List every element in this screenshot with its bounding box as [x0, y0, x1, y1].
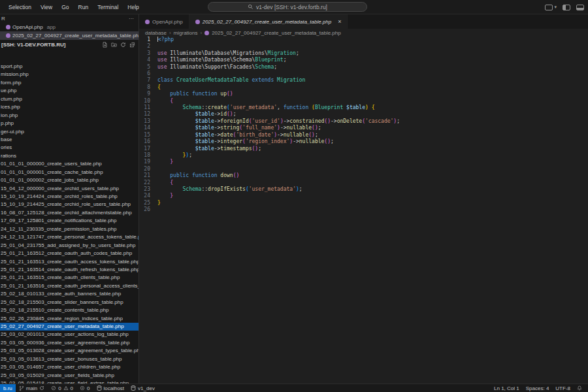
code-line[interactable]: 12 $table->id();: [139, 111, 588, 118]
indentation-indicator[interactable]: Spaces: 4: [523, 385, 553, 391]
file-row[interactable]: 15_10_19_214424_create_orchid_roles_tabl…: [0, 193, 139, 201]
code-line[interactable]: 25}: [139, 200, 588, 206]
open-editor-item-active[interactable]: 2025_02_27_004927_create_user_metadata_t…: [0, 31, 139, 40]
new-file-icon[interactable]: [102, 42, 108, 48]
file-row[interactable]: ger-ui.php: [0, 128, 139, 136]
tab-openapi[interactable]: OpenApi.php: [139, 14, 189, 29]
code-line[interactable]: 21 public function down(): [139, 172, 588, 179]
file-row[interactable]: ories: [0, 144, 139, 152]
code-line[interactable]: 2: [139, 43, 588, 50]
code-line[interactable]: 4use Illuminate\Database\Schema\Blueprin…: [139, 57, 588, 63]
breadcrumb[interactable]: database › migrations › 2025_02_27_00492…: [139, 29, 588, 37]
file-row[interactable]: 25_02_26_230845_create_region_indices_ta…: [0, 315, 139, 323]
file-row[interactable]: 25_02_18_215503_create_slider_banners_ta…: [0, 299, 139, 306]
file-row[interactable]: 24_12_13_121747_create_personal_access_t…: [0, 233, 139, 241]
db-connection-host[interactable]: localhost: [93, 385, 128, 391]
refresh-icon[interactable]: [120, 42, 126, 48]
file-row[interactable]: 25_02_27_004927_create_user_metadata_tab…: [0, 323, 139, 331]
file-row[interactable]: 15_10_19_214425_create_orchid_role_users…: [0, 201, 139, 208]
file-row[interactable]: ices.php: [0, 103, 139, 111]
menu-help[interactable]: Help: [123, 4, 143, 10]
toggle-panel-icon[interactable]: [576, 5, 584, 10]
code-line[interactable]: 16 $table->integer('region_index')->null…: [139, 139, 588, 145]
file-row[interactable]: 25_02_18_010133_create_auth_banners_tabl…: [0, 290, 139, 298]
file-row[interactable]: mission.php: [0, 71, 139, 78]
code-line[interactable]: 9 public function up(): [139, 91, 588, 97]
file-row[interactable]: 25_01_04_231755_add_assigned_by_to_users…: [0, 242, 139, 250]
file-row[interactable]: base: [0, 136, 139, 144]
new-folder-icon[interactable]: [111, 42, 117, 48]
file-row[interactable]: rations: [0, 152, 139, 160]
file-row[interactable]: 25_03_05_015029_create_user_fields_table…: [0, 372, 139, 380]
code-line[interactable]: 1<?php: [139, 37, 588, 43]
breadcrumb-item[interactable]: 2025_02_27_004927_create_user_metadata_t…: [212, 30, 341, 36]
file-row[interactable]: 25_01_21_163515_create_oauth_clients_tab…: [0, 274, 139, 282]
menu-terminal[interactable]: Terminal: [93, 4, 123, 10]
db-connection-name[interactable]: v1_dev: [127, 385, 158, 391]
problems-indicator[interactable]: 0 0: [48, 385, 76, 391]
file-row[interactable]: 25_03_05_000936_create_user_agreements_t…: [0, 339, 139, 347]
command-center[interactable]: v1-dev [SSH: v1-dev.fortb.ru]: [208, 2, 367, 12]
remote-monitor-icon[interactable]: ▾: [545, 5, 557, 10]
ports-indicator[interactable]: 0: [76, 385, 93, 391]
file-row[interactable]: 25_01_21_163512_create_oauth_auth_codes_…: [0, 250, 139, 257]
menu-view[interactable]: View: [36, 4, 57, 10]
file-row[interactable]: sport.php: [0, 63, 139, 71]
cursor-position[interactable]: Ln 1, Col 1: [491, 385, 523, 391]
workspace-section-header[interactable]: [SSH: V1-DEV.FORTB.RU]: [0, 40, 139, 49]
file-row[interactable]: ion.php: [0, 112, 139, 120]
code-line[interactable]: 10 {: [139, 98, 588, 105]
file-row[interactable]: 25_03_02_001013_create_user_actions_log_…: [0, 331, 139, 338]
code-line[interactable]: 20: [139, 166, 588, 172]
code-line[interactable]: 11 Schema::create('user_metadata', funct…: [139, 105, 588, 111]
code-line[interactable]: 14 $table->string('full_name')->nullable…: [139, 125, 588, 131]
file-row[interactable]: form.php: [0, 79, 139, 87]
encoding-indicator[interactable]: UTF-8: [552, 385, 574, 391]
branch-indicator[interactable]: main: [16, 385, 48, 391]
code-line[interactable]: 15 $table->date('birth_date')->nullable(…: [139, 132, 588, 139]
breadcrumb-item[interactable]: migrations: [174, 30, 198, 36]
file-row[interactable]: ctum.php: [0, 95, 139, 103]
file-row[interactable]: ue.php: [0, 87, 139, 95]
remote-indicator[interactable]: b.ru: [0, 384, 16, 392]
file-row[interactable]: 25_01_21_163516_create_oauth_personal_ac…: [0, 282, 139, 290]
code-line[interactable]: 3use Illuminate\Database\Migrations\Migr…: [139, 50, 588, 57]
file-row[interactable]: 25_02_18_215510_create_contents_table.ph…: [0, 306, 139, 314]
code-line[interactable]: 5use Illuminate\Support\Facades\Schema;: [139, 64, 588, 71]
code-line[interactable]: 19 }: [139, 159, 588, 165]
code-line[interactable]: 22 {: [139, 180, 588, 186]
code-editor[interactable]: 1<?php23use Illuminate\Database\Migratio…: [139, 37, 588, 384]
file-row[interactable]: 24_12_11_230335_create_permission_tables…: [0, 225, 139, 233]
code-line[interactable]: 7class CreateUserMetadataTable extends M…: [139, 77, 588, 84]
file-row[interactable]: 17_09_17_125801_create_notifications_tab…: [0, 217, 139, 225]
code-line[interactable]: 18 });: [139, 152, 588, 159]
file-row[interactable]: 25_03_05_013028_create_user_agreement_ty…: [0, 347, 139, 355]
file-row[interactable]: 01_01_01_000002_create_jobs_table.php: [0, 176, 139, 184]
code-line[interactable]: 23 Schema::dropIfExists('user_metadata')…: [139, 186, 588, 193]
menu-run[interactable]: Run: [74, 4, 93, 10]
open-editor-item[interactable]: OpenApi.php app: [0, 23, 139, 31]
menu-selection[interactable]: Selection: [4, 4, 36, 10]
code-line[interactable]: 26: [139, 206, 588, 213]
file-row[interactable]: 25_03_05_014657_create_user_children_tab…: [0, 363, 139, 371]
menu-go[interactable]: Go: [57, 4, 73, 10]
breadcrumb-item[interactable]: database: [145, 30, 167, 36]
collapse-all-icon[interactable]: [129, 42, 135, 48]
file-row[interactable]: 25_01_21_163514_create_oauth_refresh_tok…: [0, 266, 139, 274]
file-row[interactable]: 01_01_01_000001_create_cache_table.php: [0, 169, 139, 176]
code-line[interactable]: 8{: [139, 84, 588, 91]
file-row[interactable]: 15_04_12_000000_create_orchid_users_tabl…: [0, 185, 139, 193]
code-line[interactable]: 24 }: [139, 193, 588, 199]
code-line[interactable]: 13 $table->foreignId('user_id')->constra…: [139, 118, 588, 125]
close-icon[interactable]: ×: [338, 18, 341, 25]
file-row[interactable]: 25_01_21_163513_create_oauth_access_toke…: [0, 258, 139, 266]
toggle-sidebar-icon[interactable]: [563, 5, 570, 10]
code-line[interactable]: 6: [139, 71, 588, 77]
more-actions-icon[interactable]: ···: [129, 16, 134, 22]
file-row[interactable]: 25_03_05_013613_create_user_bonuses_tabl…: [0, 355, 139, 363]
file-row[interactable]: p.php: [0, 120, 139, 127]
file-row[interactable]: 01_01_01_000000_create_users_table.php: [0, 160, 139, 168]
notifications-indicator[interactable]: [574, 385, 585, 391]
code-line[interactable]: 17 $table->timestamps();: [139, 146, 588, 152]
tab-migration-file[interactable]: 2025_02_27_004927_create_user_metadata_t…: [189, 14, 348, 29]
